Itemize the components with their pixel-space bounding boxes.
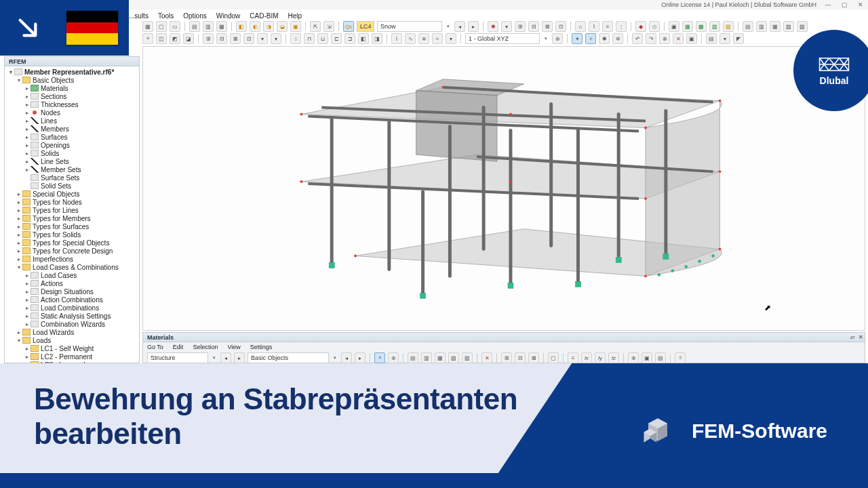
tb-btn[interactable]: ⊠	[230, 33, 241, 44]
tb-btn[interactable]: ◑	[263, 21, 274, 32]
tree-item[interactable]: Load Cases	[41, 272, 77, 279]
tree-item[interactable]: Load Combinations	[41, 304, 99, 312]
tb-btn[interactable]: ⊞	[203, 33, 214, 44]
tree-item[interactable]: LC2 - Permanent	[41, 353, 92, 361]
tb-btn[interactable]: ◤	[733, 33, 744, 44]
tree-item[interactable]: Imperfections	[33, 256, 73, 263]
tb-btn[interactable]: fx	[581, 352, 592, 363]
tb-btn[interactable]: ▧	[448, 352, 459, 363]
tb-btn[interactable]: ▤	[743, 21, 753, 32]
dropdown-icon[interactable]: ▾	[332, 355, 338, 361]
dropdown-icon[interactable]: ▾	[542, 36, 549, 41]
tree-item[interactable]: Types for Concrete Design	[33, 247, 113, 255]
tb-btn[interactable]: ▾	[257, 33, 268, 44]
tb-btn[interactable]: ⊡	[555, 21, 566, 32]
tb-btn[interactable]: ⊟	[216, 33, 227, 44]
basicobj-select[interactable]: Basic Objects	[248, 352, 329, 363]
tb-btn[interactable]: ∿	[405, 33, 416, 44]
tb-btn[interactable]: ▨	[709, 21, 720, 32]
tb-btn[interactable]: ▾	[271, 33, 281, 44]
bp-menu-settings[interactable]: Settings	[250, 344, 273, 350]
tb-btn[interactable]: ▧	[723, 21, 734, 32]
minimize-button[interactable]: —	[823, 1, 833, 9]
close-button[interactable]: ✕	[856, 1, 865, 9]
bp-menu-edit[interactable]: Edit	[173, 344, 184, 350]
tb-btn[interactable]: ◐	[250, 21, 260, 32]
tree-item[interactable]: Action Combinations	[41, 296, 103, 304]
tb-btn[interactable]: ▣	[669, 21, 679, 32]
tree-item[interactable]: Openings	[41, 142, 70, 149]
tb-btn[interactable]: ⊡	[243, 33, 254, 44]
tb-btn[interactable]: ▦	[435, 352, 446, 363]
bp-menu-selection[interactable]: Selection	[193, 344, 218, 350]
coord-system-select[interactable]: 1 - Global XYZ	[465, 33, 540, 44]
tree-item[interactable]: Members	[41, 125, 69, 133]
tb-btn-lc[interactable]: Qs	[343, 21, 354, 32]
tb-btn[interactable]: ▩	[696, 21, 707, 32]
tb-btn[interactable]: ▦	[142, 21, 153, 32]
tree-item[interactable]: Nodes	[41, 109, 60, 117]
tree-item[interactable]: Static Analysis Settings	[41, 312, 111, 320]
tb-next[interactable]: ▸	[355, 352, 366, 363]
tb-btn[interactable]: ▥	[421, 352, 432, 363]
tree-item[interactable]: Basic Objects	[33, 77, 74, 84]
tb-btn[interactable]: ⊐	[344, 33, 355, 44]
tb-btn[interactable]: ⊞	[515, 21, 526, 32]
tree-item[interactable]: Design Situations	[41, 288, 94, 296]
tb-btn[interactable]: ⇱	[310, 21, 321, 32]
bp-menu-view[interactable]: View	[227, 344, 240, 350]
tree-item[interactable]: Lines	[41, 117, 57, 125]
tb-btn[interactable]: ◒	[277, 21, 288, 32]
tb-btn[interactable]: ▾	[446, 33, 456, 44]
tree-item[interactable]: Surfaces	[41, 134, 67, 141]
menu-tools[interactable]: Tools	[158, 12, 174, 20]
tb-btn[interactable]: ⊓	[304, 33, 315, 44]
tb-btn[interactable]: ⊠	[542, 21, 553, 32]
tb-btn[interactable]: ▭	[170, 21, 180, 32]
tb-btn[interactable]: ⊔	[317, 33, 328, 44]
tb-btn[interactable]: ◇	[649, 21, 660, 32]
tb-btn[interactable]: ▦	[682, 21, 693, 32]
tb-btn[interactable]: ▧	[783, 21, 794, 32]
tb-btn[interactable]: ◆	[635, 21, 646, 32]
tb-btn[interactable]: ▨	[462, 352, 473, 363]
tb-btn[interactable]: ⊗	[659, 33, 670, 44]
tree-item[interactable]: Types for Lines	[33, 207, 79, 214]
tb-btn[interactable]: ✱	[599, 33, 610, 44]
tb-btn[interactable]: ▥	[756, 21, 767, 32]
tb-btn[interactable]: ✲	[612, 33, 623, 44]
tree-item[interactable]: Types for Nodes	[33, 199, 82, 206]
tree-item[interactable]: Line Sets	[41, 158, 69, 165]
menu-window[interactable]: Window	[216, 12, 241, 20]
tree-item[interactable]: Sections	[41, 93, 66, 100]
tb-btn[interactable]: ⇲	[323, 21, 334, 32]
menu-cadbim[interactable]: CAD-BIM	[250, 12, 278, 20]
tb-btn[interactable]: ◫	[156, 33, 167, 44]
menu-help[interactable]: Help	[288, 12, 302, 20]
navigator-tree[interactable]: ▾Member Representative.rf6* ▾Basic Objec…	[5, 66, 139, 370]
tb-btn[interactable]: ≡	[602, 21, 613, 32]
tb-btn[interactable]: ▾	[719, 33, 730, 44]
tb-btn[interactable]: ⌇	[391, 33, 402, 44]
tree-item[interactable]: Special Objects	[33, 190, 79, 198]
tb-btn[interactable]: ▤	[189, 21, 200, 32]
tb-btn[interactable]: ⊟	[528, 21, 539, 32]
menu-options[interactable]: Options	[183, 12, 206, 20]
tb-btn[interactable]: ⊏	[331, 33, 342, 44]
menu-results[interactable]: ...sults	[129, 12, 149, 20]
loadcase-code[interactable]: LC4	[357, 21, 374, 32]
tb-btn[interactable]: ▦	[770, 21, 781, 32]
tb-btn[interactable]: ✕	[481, 352, 492, 363]
maximize-button[interactable]: ▢	[840, 1, 849, 9]
tb-btn[interactable]: ▣	[686, 33, 697, 44]
tb-btn[interactable]: ◩	[170, 33, 180, 44]
tb-btn[interactable]: ✧	[585, 33, 596, 44]
tb-btn[interactable]: ▤	[655, 352, 666, 363]
tb-btn[interactable]: ⊕	[388, 352, 399, 363]
tb-btn[interactable]: ⌖	[374, 352, 385, 363]
tree-item[interactable]: Loads	[33, 337, 51, 344]
tb-btn[interactable]: ↕	[290, 33, 301, 44]
tb-btn[interactable]: fy	[595, 352, 606, 363]
tb-btn[interactable]: ≋	[418, 33, 429, 44]
tb-btn[interactable]: fz	[608, 352, 619, 363]
